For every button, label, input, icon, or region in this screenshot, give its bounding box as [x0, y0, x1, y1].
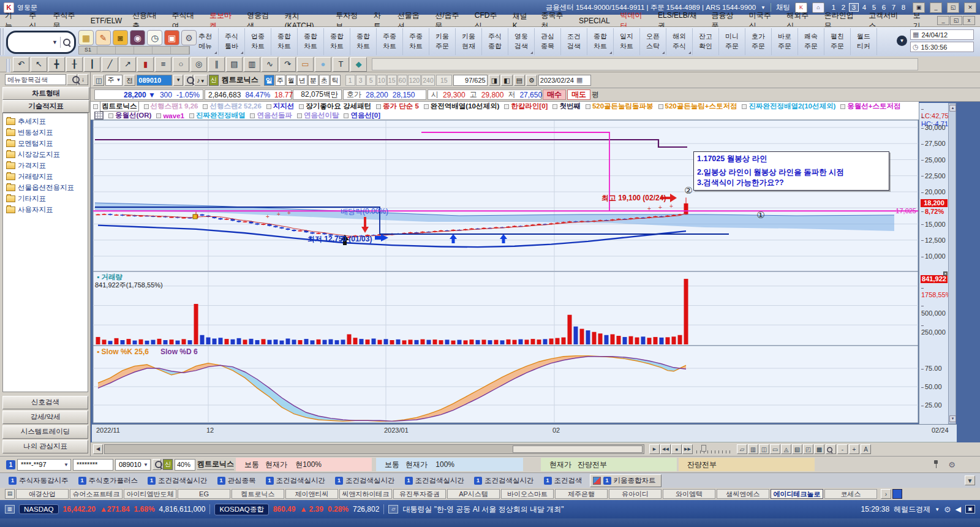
draw-tool-button[interactable]: ▥: [244, 57, 260, 72]
watch-stock-cell[interactable]: 유아이디: [609, 489, 662, 499]
menu-item[interactable]: SPECIAL: [579, 17, 610, 25]
drawbar-dock-handle[interactable]: [6, 59, 10, 72]
menu-item[interactable]: ETF/ELW: [91, 17, 122, 25]
legend-chip[interactable]: 완전역배열(10선제외): [424, 102, 499, 111]
quick-button[interactable]: 종합차트: [298, 28, 324, 55]
legend-chip[interactable]: 첫번째: [552, 102, 581, 111]
slot-s1[interactable]: S1: [79, 47, 97, 54]
sidebar-search-icon[interactable]: [67, 74, 77, 85]
stocks-scroll-right-icon[interactable]: ›: [881, 489, 891, 499]
legend-chip[interactable]: 진짜완전정배열: [189, 111, 246, 120]
draw-tool-button[interactable]: ┃: [84, 57, 100, 72]
replay-button[interactable]: ▶: [649, 444, 660, 454]
draw-tool-button[interactable]: ◆: [350, 57, 367, 72]
interval-button[interactable]: 10: [377, 75, 386, 86]
watch-stock-cell[interactable]: 바이오스마트: [501, 489, 554, 499]
quick-button[interactable]: 펼친주문: [824, 28, 851, 55]
pin-icon[interactable]: [933, 460, 939, 469]
interval-button[interactable]: 120: [408, 75, 421, 86]
draw-tool-button[interactable]: ╱: [102, 57, 118, 72]
draw-tool-button[interactable]: ○: [173, 57, 189, 72]
menu-search-input[interactable]: 메뉴항목검색: [5, 74, 66, 85]
replay-button[interactable]: ▶▶: [682, 444, 693, 454]
speed-slider[interactable]: [696, 445, 733, 453]
toolbar-icon[interactable]: ▦: [78, 30, 94, 45]
password-field[interactable]: [73, 459, 113, 471]
window-switch-icon[interactable]: ◫: [93, 75, 104, 86]
tree-item[interactable]: 거래량지표: [4, 171, 86, 182]
draw-tool-button[interactable]: ▤: [226, 57, 243, 72]
interval-button[interactable]: 240: [421, 75, 435, 86]
period-select[interactable]: 주▼: [105, 75, 123, 86]
period-button[interactable]: 분: [308, 75, 318, 86]
screen-tab[interactable]: 1 주식자동감시주: [6, 475, 74, 487]
interval-button[interactable]: 60: [398, 75, 407, 86]
screen-tab[interactable]: 1 관심종목: [215, 475, 261, 487]
quick-button[interactable]: 종합차트: [271, 28, 298, 55]
legend-chip[interactable]: 선행스팬1 9,26: [144, 102, 198, 111]
order-settings-icon[interactable]: ⚙: [948, 460, 956, 469]
period-button[interactable]: 틱: [330, 75, 341, 86]
draw-tool-button[interactable]: ≡: [155, 57, 172, 72]
legend-chip[interactable]: 연음선돌파: [250, 111, 292, 120]
screen-tab[interactable]: 1 주식호가플러스: [76, 475, 143, 487]
quick-button[interactable]: 호가주문: [745, 28, 772, 55]
legend-chip[interactable]: 연음선[0]: [344, 111, 380, 120]
scroll-left-icon[interactable]: ◀: [93, 444, 103, 454]
toolbar-icon[interactable]: ▣: [164, 30, 179, 45]
period-button[interactable]: 초: [319, 75, 330, 86]
tree-item[interactable]: 변동성지표: [4, 127, 86, 138]
quick-search-box[interactable]: ▼: [6, 31, 76, 54]
mdi-minimize-button[interactable]: _: [937, 16, 949, 25]
watch-stock-cell[interactable]: 아이티엠반도체: [124, 489, 176, 499]
toolbar-icon[interactable]: ◷: [147, 30, 162, 45]
legend-chip[interactable]: 진짜완전정배열2(10선제외): [742, 102, 835, 111]
interval-button[interactable]: 5: [366, 75, 376, 86]
sound-icon[interactable]: ♪▼: [194, 75, 207, 86]
annotation-note-box[interactable]: 1.17025 월봉상 라인2.일봉상 라인이 월봉상 라인을 돌파한 시점3.…: [693, 151, 889, 191]
quick-button[interactable]: 잔고확인: [693, 28, 719, 55]
toolbar-icon[interactable]: ✎: [96, 30, 111, 45]
draw-tool-button[interactable]: ↗: [119, 57, 136, 72]
quick-button[interactable]: 오픈스탁: [640, 28, 666, 55]
chart-tool-icon[interactable]: ◫: [759, 444, 769, 454]
nasdaq-badge[interactable]: NASDAQ: [19, 504, 59, 514]
chart-settings-icon[interactable]: ⚙: [526, 75, 537, 86]
toolbar-icon[interactable]: ◉: [130, 30, 145, 45]
watch-stock-cell[interactable]: 제이앤티씨: [285, 489, 338, 499]
buy-button[interactable]: 매수: [543, 89, 566, 100]
sidebar-bottom-button[interactable]: 시스템트레이딩: [2, 425, 88, 439]
clipboard-icon[interactable]: ▤: [5, 489, 15, 499]
quick-button[interactable]: 추천메뉴: [192, 28, 219, 55]
quick-button[interactable]: 업종차트: [245, 28, 271, 55]
screen-slot-strip[interactable]: S1: [78, 46, 190, 55]
quick-button[interactable]: 종합차트: [324, 28, 350, 55]
draw-tool-button[interactable]: ▭: [297, 57, 314, 72]
period-button[interactable]: 년: [297, 75, 307, 86]
quick-button[interactable]: 종합차트: [587, 28, 614, 55]
draw-tool-button[interactable]: ╋: [48, 57, 65, 72]
replay-button[interactable]: ■: [671, 444, 682, 454]
chart-tool-icon[interactable]: ▱: [737, 444, 747, 454]
stocks-add-icon[interactable]: [892, 489, 902, 499]
chart-date-field[interactable]: 2023/02/24▦: [538, 75, 591, 86]
watch-stock-cell[interactable]: 제주은행: [555, 489, 608, 499]
legend-chip[interactable]: 520골든눌림돌파봉: [586, 102, 654, 111]
legend-chip[interactable]: 웅월선(OR): [108, 111, 151, 120]
chart-tool-icon[interactable]: ◬: [781, 444, 791, 454]
quick-button[interactable]: 관심종목: [535, 28, 561, 55]
compare-chart-icon[interactable]: ◨: [489, 75, 500, 86]
search-icon[interactable]: [63, 39, 70, 46]
watch-stock-cell[interactable]: 슈어소프트테크: [70, 489, 123, 499]
buy-order-panel[interactable]: 보통 현재가 현100%: [236, 458, 372, 471]
screen-tab[interactable]: 1 키움종합차트: [590, 474, 662, 487]
draw-tool-button[interactable]: ∿: [262, 57, 278, 72]
sell-order-panel[interactable]: 보통 현재가 100%: [376, 458, 523, 471]
save-chart-icon[interactable]: ▤: [514, 75, 525, 86]
code-dropdown-icon[interactable]: ▼: [173, 75, 183, 86]
jeon-button[interactable]: 전: [124, 75, 135, 86]
phone-dropdown-icon[interactable]: ▼: [761, 5, 766, 10]
overlay-chart-icon[interactable]: ◧: [501, 75, 512, 86]
tree-item[interactable]: 기타지표: [4, 193, 86, 204]
zoom-in-icon[interactable]: +: [849, 444, 859, 454]
